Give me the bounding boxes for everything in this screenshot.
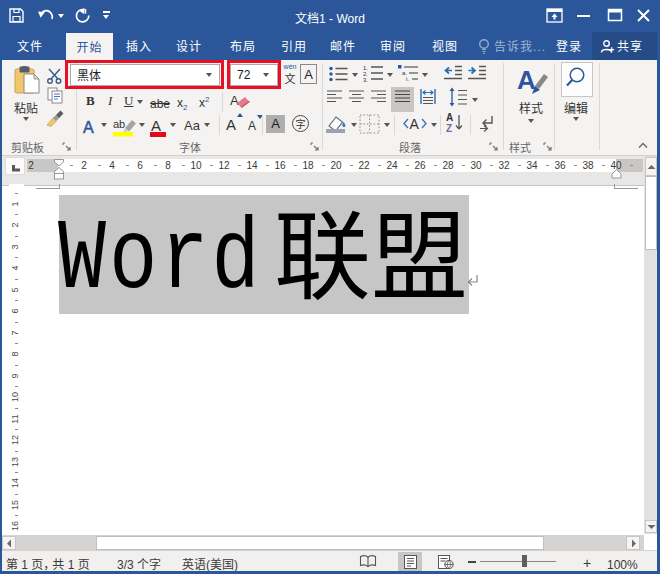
svg-text:A: A xyxy=(230,93,239,108)
svg-text:A: A xyxy=(410,116,420,132)
svg-text:Z: Z xyxy=(446,123,452,133)
svg-text:A: A xyxy=(517,65,536,95)
svg-text:3.: 3. xyxy=(363,77,368,83)
svg-text:ab: ab xyxy=(113,118,125,130)
svg-text:i.: i. xyxy=(406,76,409,82)
svg-text:A: A xyxy=(446,112,453,123)
